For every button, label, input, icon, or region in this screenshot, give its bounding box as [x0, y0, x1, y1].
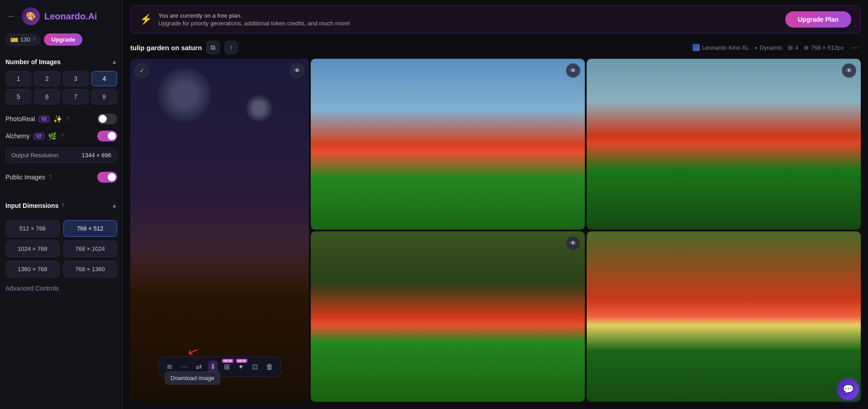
- num-images-section-header: Number of Images ▲: [5, 58, 117, 66]
- enhance-button[interactable]: ≋: [165, 361, 174, 373]
- num-btn-7[interactable]: 7: [63, 89, 89, 104]
- more-options-button[interactable]: ⋯: [849, 42, 861, 52]
- num-btn-3[interactable]: 3: [63, 71, 89, 86]
- public-images-info-icon[interactable]: ?: [49, 174, 52, 180]
- image-2-eye-button[interactable]: 👁: [566, 63, 580, 78]
- image-cell-3[interactable]: 👁: [587, 59, 861, 230]
- photoreal-info-icon[interactable]: ?: [66, 116, 69, 122]
- public-images-row: Public Images ?: [5, 172, 117, 183]
- share-button[interactable]: ↑: [224, 41, 238, 54]
- dimensions-meta: ⊕ 768 × 512px: [804, 44, 844, 51]
- image-4-eye-button[interactable]: 👁: [566, 236, 580, 250]
- num-btn-2[interactable]: 2: [34, 71, 60, 86]
- chat-icon: 💬: [843, 384, 854, 395]
- alchemy-badge: V2: [33, 133, 44, 140]
- dim-btn-768x512[interactable]: 768 × 512: [63, 220, 118, 237]
- lightning-icon: ⚡: [140, 14, 152, 25]
- photoreal-row: PhotoReal V2 ✨ ?: [5, 113, 117, 124]
- dimensions-grid: 512 × 768 768 × 512 1024 × 768 768 × 102…: [5, 220, 117, 277]
- num-btn-1[interactable]: 1: [5, 71, 31, 86]
- brand-name: Leonardo.Ai: [44, 11, 97, 22]
- dim-btn-1360x768[interactable]: 1360 × 768: [5, 261, 60, 277]
- toolbar-more-button[interactable]: ⋯: [179, 361, 190, 373]
- output-resolution-label: Output Resolution: [11, 152, 58, 159]
- image-cell-1[interactable]: ✓ 👁 ≋ ⋯ ⇄ ⬇ ⊞NEW ✦NEW ⊡ 🗑 ↙: [130, 59, 309, 402]
- public-images-label: Public Images: [5, 174, 45, 181]
- upscale-button[interactable]: ⊞NEW: [222, 361, 232, 373]
- photoreal-icon: ✨: [53, 115, 62, 123]
- new-tag-1: NEW: [222, 359, 233, 363]
- credits-row: 🎫 130 ? Upgrade: [5, 33, 117, 46]
- copy-button[interactable]: ⧉: [206, 41, 220, 54]
- num-images-chevron[interactable]: ▲: [112, 59, 117, 65]
- upgrade-plan-button[interactable]: Upgrade Plan: [785, 11, 851, 28]
- input-dimensions-section-header: Input Dimensions ? ▲: [5, 202, 117, 209]
- input-dimensions-title: Input Dimensions: [5, 202, 58, 209]
- model-name: Leonardo Kino XL: [702, 44, 749, 51]
- crop-button[interactable]: ⊡: [250, 361, 260, 373]
- main-content: ⚡ You are currently on a free plan. Upgr…: [123, 0, 868, 409]
- download-tooltip: Download image: [165, 371, 220, 385]
- sidebar: ← 🎨 Leonardo.Ai 🎫 130 ? Upgrade Number o…: [0, 0, 123, 409]
- credits-amount: 130: [20, 36, 30, 43]
- flip-button[interactable]: ⇄: [194, 361, 204, 373]
- image-grid: ✓ 👁 ≋ ⋯ ⇄ ⬇ ⊞NEW ✦NEW ⊡ 🗑 ↙: [123, 59, 868, 409]
- banner-line1: You are currently on a free plan.: [158, 12, 350, 19]
- num-btn-8[interactable]: 8: [91, 89, 117, 104]
- sidebar-header: ← 🎨 Leonardo.Ai: [5, 7, 117, 25]
- count-value: 4: [795, 44, 798, 51]
- public-images-toggle[interactable]: [97, 172, 117, 183]
- dim-btn-768x1024[interactable]: 768 × 1024: [63, 240, 118, 257]
- public-images-label-group: Public Images ?: [5, 174, 52, 181]
- dimensions-icon: ⊕: [804, 44, 809, 51]
- image-1-check-button[interactable]: ✓: [135, 63, 149, 78]
- banner-text: You are currently on a free plan. Upgrad…: [158, 12, 350, 27]
- upgrade-button[interactable]: Upgrade: [44, 33, 82, 46]
- upgrade-banner: ⚡ You are currently on a free plan. Upgr…: [130, 5, 861, 33]
- generation-meta: Leonardo Kino XL ● Dynamic ⊞ 4 ⊕ 768 × 5…: [693, 42, 861, 52]
- photoreal-badge: V2: [38, 116, 49, 122]
- download-button[interactable]: ⬇: [208, 361, 218, 373]
- image-1-eye-button[interactable]: 👁: [290, 63, 304, 78]
- dim-btn-1024x768[interactable]: 1024 × 768: [5, 240, 60, 257]
- alchemy-icon: 🌿: [48, 132, 57, 141]
- count-meta: ⊞ 4: [788, 44, 798, 51]
- alchemy-info-icon[interactable]: ?: [61, 133, 64, 139]
- image-cell-5[interactable]: [587, 231, 861, 402]
- credits-badge: 🎫 130 ?: [5, 34, 40, 46]
- num-images-title: Number of Images: [5, 58, 61, 66]
- alchemy-label: Alchemy: [5, 132, 30, 140]
- dim-btn-768x1360[interactable]: 768 × 1360: [63, 261, 118, 277]
- input-dimensions-chevron[interactable]: ▲: [112, 202, 117, 209]
- avatar: 🎨: [22, 7, 40, 25]
- num-btn-6[interactable]: 6: [34, 89, 60, 104]
- style-dot: ●: [754, 45, 757, 50]
- alchemy-toggle[interactable]: [97, 131, 117, 141]
- magic-button[interactable]: ✦NEW: [236, 361, 246, 373]
- num-btn-5[interactable]: 5: [5, 89, 31, 104]
- num-images-grid: 1 2 3 4 5 6 7 8: [5, 71, 117, 104]
- image-3-eye-button[interactable]: 👁: [842, 63, 856, 78]
- image-cell-4[interactable]: 👁: [311, 231, 585, 402]
- photoreal-toggle[interactable]: [97, 113, 117, 124]
- generation-header: tulip garden on saturn ⧉ ↑ Leonardo Kino…: [123, 37, 868, 59]
- advanced-controls[interactable]: Advanced Controls: [5, 285, 117, 292]
- dim-btn-512x768[interactable]: 512 × 768: [5, 220, 60, 237]
- chat-bubble[interactable]: 💬: [837, 378, 859, 400]
- back-button[interactable]: ←: [5, 10, 17, 23]
- delete-button[interactable]: 🗑: [264, 361, 275, 373]
- dimensions-value: 768 × 512px: [811, 44, 844, 51]
- num-btn-4[interactable]: 4: [91, 71, 117, 86]
- image-cell-2[interactable]: 👁: [311, 59, 585, 230]
- count-icon: ⊞: [788, 44, 793, 51]
- photoreal-label-group: PhotoReal V2 ✨ ?: [5, 115, 69, 123]
- style-name: Dynamic: [759, 44, 783, 51]
- divider: [5, 193, 117, 193]
- credits-help-icon[interactable]: ?: [33, 37, 36, 43]
- banner-line2: Upgrade for priority generations, additi…: [158, 20, 350, 27]
- output-resolution-box[interactable]: Output Resolution 1344 × 896: [5, 148, 117, 163]
- input-dimensions-info-icon[interactable]: ?: [61, 202, 64, 209]
- alchemy-row: Alchemy V2 🌿 ?: [5, 131, 117, 141]
- alchemy-label-group: Alchemy V2 🌿 ?: [5, 132, 64, 141]
- model-meta: Leonardo Kino XL: [693, 44, 749, 51]
